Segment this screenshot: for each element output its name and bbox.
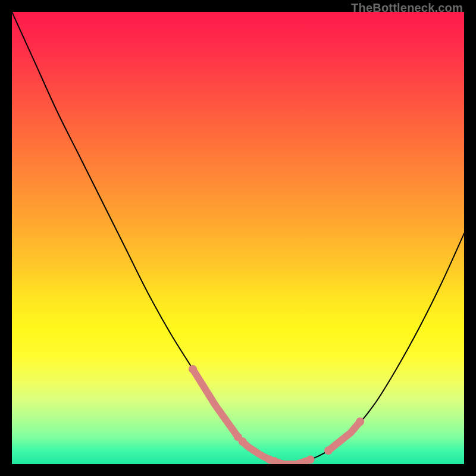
highlight-cap xyxy=(270,457,278,464)
plot-area xyxy=(12,12,464,464)
highlight-cap xyxy=(189,365,197,373)
curve-svg xyxy=(12,12,464,464)
highlight-segments xyxy=(189,365,364,464)
watermark-label: TheBottleneck.com xyxy=(351,1,463,15)
highlight-segment xyxy=(243,441,270,459)
highlight-cap xyxy=(234,433,242,441)
highlight-cap xyxy=(324,446,333,455)
chart-container: TheBottleneck.com xyxy=(0,0,476,476)
highlight-segment xyxy=(274,459,311,464)
highlight-cap xyxy=(356,418,364,426)
highlight-segment xyxy=(193,369,238,437)
bottleneck-curve xyxy=(12,12,464,464)
highlight-cap xyxy=(239,437,247,446)
highlight-cap xyxy=(265,455,274,464)
highlight-cap xyxy=(306,455,315,464)
highlight-segment xyxy=(328,422,360,451)
